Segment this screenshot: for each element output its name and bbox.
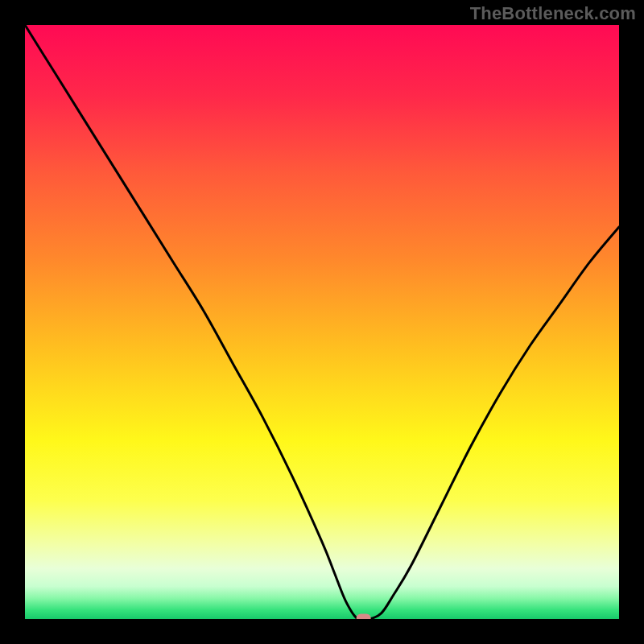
minimum-marker — [357, 614, 371, 620]
chart-container: TheBottleneck.com — [0, 0, 644, 644]
watermark-text: TheBottleneck.com — [470, 3, 636, 24]
marker-pill — [357, 614, 371, 620]
gradient-background — [25, 25, 619, 619]
bottleneck-chart — [25, 25, 619, 619]
